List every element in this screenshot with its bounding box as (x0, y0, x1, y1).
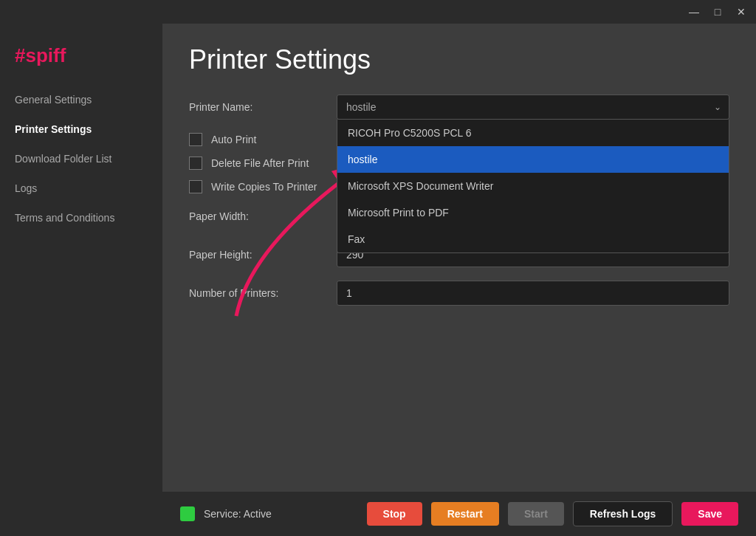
close-button[interactable]: ✕ (732, 3, 750, 21)
service-status-indicator (180, 506, 195, 521)
printer-name-dropdown[interactable]: hostile ⌄ (337, 95, 729, 120)
save-button[interactable]: Save (681, 502, 738, 526)
sidebar-item-general-settings[interactable]: General Settings (0, 85, 162, 114)
dropdown-option-ricoh[interactable]: RICOH Pro C5200S PCL 6 (337, 120, 729, 146)
dropdown-option-hostile[interactable]: hostile (337, 146, 729, 173)
title-bar: — □ ✕ (0, 0, 756, 24)
sidebar-item-download-folder-list[interactable]: Download Folder List (0, 144, 162, 173)
page-title: Printer Settings (189, 44, 729, 75)
sidebar-item-printer-settings[interactable]: Printer Settings (0, 114, 162, 144)
restart-button[interactable]: Restart (431, 502, 499, 526)
bottom-bar: Service: Active Stop Restart Start Refre… (162, 492, 756, 536)
logo: #spiff (0, 32, 162, 85)
write-copies-checkbox[interactable] (189, 180, 202, 193)
delete-file-label: Delete File After Print (211, 157, 309, 169)
paper-width-label: Paper Width: (189, 210, 337, 222)
dropdown-option-pdf[interactable]: Microsoft Print to PDF (337, 199, 729, 226)
settings-area: Printer Name: hostile ⌄ RICOH Pro C5200S… (162, 87, 756, 492)
num-printers-input[interactable] (337, 281, 729, 306)
printer-name-label: Printer Name: (189, 101, 337, 113)
service-status-text: Service: Active (204, 508, 272, 520)
paper-height-label: Paper Height: (189, 249, 337, 261)
logo-hash: # (15, 44, 25, 66)
write-copies-label: Write Copies To Printer (211, 181, 317, 193)
page-header: Printer Settings (162, 24, 756, 87)
start-button[interactable]: Start (508, 502, 564, 526)
dropdown-selected-value: hostile (346, 101, 376, 113)
app-body: #spiff General Settings Printer Settings… (0, 24, 756, 536)
num-printers-row: Number of Printers: (189, 281, 729, 306)
printer-name-row: Printer Name: hostile ⌄ RICOH Pro C5200S… (189, 95, 729, 120)
printer-dropdown-menu: RICOH Pro C5200S PCL 6 hostile Microsoft… (337, 120, 729, 253)
delete-file-checkbox[interactable] (189, 157, 202, 170)
dropdown-option-fax[interactable]: Fax (337, 226, 729, 252)
printer-name-dropdown-wrapper: hostile ⌄ RICOH Pro C5200S PCL 6 hostile… (337, 95, 729, 120)
num-printers-label: Number of Printers: (189, 287, 337, 299)
sidebar-item-logs[interactable]: Logs (0, 173, 162, 203)
chevron-down-icon: ⌄ (714, 102, 721, 112)
sidebar-item-terms-and-conditions[interactable]: Terms and Conditions (0, 203, 162, 233)
sidebar: #spiff General Settings Printer Settings… (0, 24, 162, 536)
dropdown-option-xps[interactable]: Microsoft XPS Document Writer (337, 173, 729, 199)
logo-name: spiff (25, 44, 66, 66)
auto-print-checkbox[interactable] (189, 133, 202, 146)
minimize-button[interactable]: — (685, 3, 703, 21)
auto-print-label: Auto Print (211, 134, 256, 145)
main-content: Printer Settings Printer Name: hostile ⌄… (162, 24, 756, 536)
stop-button[interactable]: Stop (367, 502, 422, 526)
maximize-button[interactable]: □ (709, 3, 726, 21)
refresh-logs-button[interactable]: Refresh Logs (573, 501, 673, 526)
